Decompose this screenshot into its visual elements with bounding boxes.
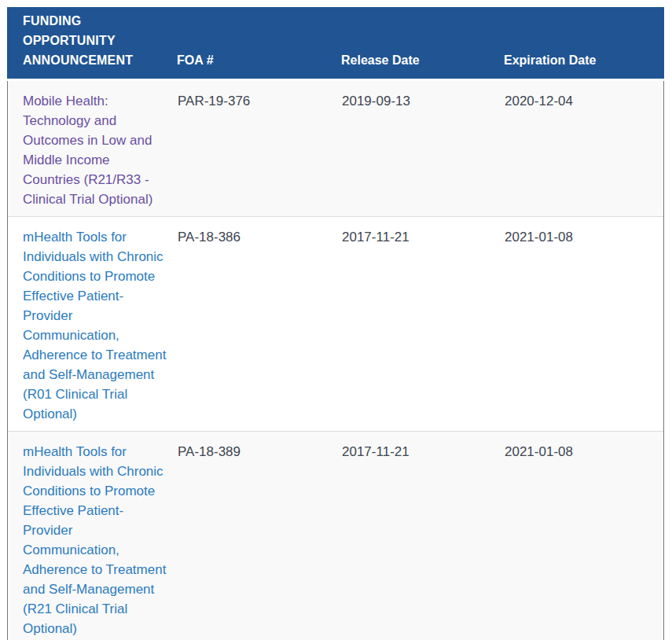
foa-title-link[interactable]: mHealth Tools for Individuals with Chron… (23, 444, 166, 636)
table-row: Mobile Health: Technology and Outcomes i… (8, 81, 663, 216)
column-header-expiration-date: Expiration Date (504, 50, 664, 79)
foa-title-link[interactable]: mHealth Tools for Individuals with Chron… (23, 230, 166, 421)
foa-title-cell: mHealth Tools for Individuals with Chron… (8, 217, 178, 431)
column-header-funding-opportunity-announcement: FUNDING OPPORTUNITY ANNOUNCEMENT (7, 11, 177, 79)
column-header-release-date: Release Date (341, 50, 504, 79)
table-body: Mobile Health: Technology and Outcomes i… (7, 81, 664, 640)
foa-title-cell: mHealth Tools for Individuals with Chron… (8, 432, 178, 640)
foa-title-cell: Mobile Health: Technology and Outcomes i… (8, 81, 178, 216)
foa-number-cell: PAR-19-376 (178, 81, 342, 216)
foa-title-link[interactable]: Mobile Health: Technology and Outcomes i… (23, 94, 152, 207)
table-header-row: FUNDING OPPORTUNITY ANNOUNCEMENT FOA # R… (7, 7, 664, 79)
foa-number-cell: PA-18-389 (178, 432, 342, 640)
foa-number-cell: PA-18-386 (178, 217, 342, 431)
expiration-date-cell: 2021-01-08 (505, 217, 663, 431)
funding-opportunities-page: FUNDING OPPORTUNITY ANNOUNCEMENT FOA # R… (0, 0, 672, 640)
expiration-date-cell: 2020-12-04 (505, 81, 663, 216)
release-date-cell: 2017-11-21 (342, 217, 505, 431)
table-row: mHealth Tools for Individuals with Chron… (8, 216, 663, 431)
release-date-cell: 2019-09-13 (342, 81, 505, 216)
funding-opportunities-table: FUNDING OPPORTUNITY ANNOUNCEMENT FOA # R… (7, 7, 664, 640)
column-header-foa-number: FOA # (177, 50, 341, 79)
expiration-date-cell: 2021-01-08 (505, 432, 663, 640)
table-row: mHealth Tools for Individuals with Chron… (8, 431, 663, 640)
release-date-cell: 2017-11-21 (342, 432, 505, 640)
